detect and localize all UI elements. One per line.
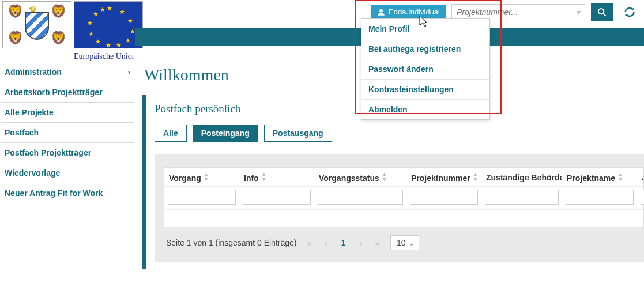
sort-icon: ▲▼ [204, 172, 209, 182]
sort-icon: ▲▼ [617, 172, 623, 182]
sidebar-item-postfach-projekttraeger[interactable]: Postfach Projektträger [1, 143, 134, 163]
chevron-down-icon: ⌄ [408, 238, 415, 247]
menu-item-mein-profil[interactable]: Mein Profil [361, 19, 489, 39]
sidebar-item-arbeitskorb-projekttraeger[interactable]: Arbeitskorb Projektträger [1, 82, 134, 103]
menu-item-kontrasteinstellungen[interactable]: Kontrasteinstellungen [361, 80, 489, 100]
col-absender[interactable]: Absender [637, 168, 643, 186]
col-vorgangsstatus[interactable]: Vorgangsstatus▲▼ [314, 168, 406, 186]
svg-point-0 [379, 9, 383, 12]
sidebar-item-label: Neuer Antrag Fit for Work [5, 188, 103, 198]
filter-info[interactable] [243, 190, 311, 205]
user-dropdown-menu: Mein Profil Bei authega registrieren Pas… [361, 18, 490, 120]
pager-last[interactable]: » [373, 238, 382, 248]
sort-icon: ▲▼ [382, 172, 387, 182]
sidebar-item-alle-projekte[interactable]: Alle Projekte [1, 103, 134, 123]
postfach-table: Vorgang▲▼ Info▲▼ Vorgangsstatus▲▼ Projek… [164, 167, 644, 227]
pager-first[interactable]: « [304, 238, 314, 248]
refresh-icon [624, 6, 635, 18]
sidebar-item-neuer-antrag-fit-for-work[interactable]: Neuer Antrag Fit for Work [1, 183, 134, 203]
pager-summary: Seite 1 von 1 (insgesamt 0 Einträge) [166, 238, 296, 247]
search-icon [597, 7, 607, 17]
filter-projektname[interactable] [566, 190, 634, 205]
user-menu-button[interactable]: Edda.Individual [371, 5, 446, 19]
filter-projektnummer[interactable] [410, 190, 478, 205]
sort-icon: ▲▼ [261, 172, 267, 182]
col-info[interactable]: Info▲▼ [239, 168, 314, 186]
page-size-value: 10 [397, 238, 406, 247]
search-button[interactable] [591, 3, 613, 21]
filter-absender[interactable] [641, 190, 644, 205]
eu-flag: ★ ★ ★ ★ ★ ★ ★ ★ ★ ★ ★ ★ [74, 1, 143, 48]
menu-item-authega-registrieren[interactable]: Bei authega registrieren [361, 39, 489, 59]
filter-behoerde[interactable] [485, 190, 559, 205]
filter-postausgang[interactable]: Postausgang [264, 125, 332, 142]
col-behoerde[interactable]: Zuständige Behörde [481, 168, 562, 186]
sidebar-item-label: Arbeitskorb Projektträger [5, 88, 103, 97]
filter-vorgang[interactable] [168, 190, 236, 205]
sidebar-item-postfach[interactable]: Postfach [1, 123, 134, 143]
sidebar-item-label: Postfach [5, 128, 39, 137]
filter-vorgangsstatus[interactable] [318, 190, 403, 205]
user-label: Edda.Individual [389, 7, 440, 16]
col-projektnummer[interactable]: Projektnummer▲▼ [406, 168, 481, 186]
filter-alle[interactable]: Alle [155, 125, 187, 142]
pager-next[interactable]: › [357, 238, 365, 248]
user-icon [377, 8, 385, 16]
sidebar-item-label: Administration [5, 67, 62, 77]
col-projektname[interactable]: Projektname▲▼ [562, 168, 637, 186]
sidebar: Administration › Arbeitskorb Projektträg… [0, 58, 135, 269]
sort-icon: ▲▼ [473, 172, 479, 182]
menu-item-passwort-aendern[interactable]: Passwort ändern [361, 59, 489, 80]
sidebar-item-administration[interactable]: Administration › [1, 62, 134, 82]
pager-prev[interactable]: ‹ [322, 238, 330, 248]
sidebar-item-label: Alle Projekte [5, 108, 54, 117]
menu-item-abmelden[interactable]: Abmelden [361, 100, 489, 119]
project-number-search[interactable] [451, 4, 585, 20]
refresh-button[interactable] [619, 3, 641, 21]
chevron-right-icon: › [127, 67, 130, 77]
svg-line-2 [603, 13, 606, 16]
filter-posteingang[interactable]: Posteingang [193, 125, 258, 142]
pager: Seite 1 von 1 (insgesamt 0 Einträge) « ‹… [164, 227, 644, 255]
sidebar-item-label: Postfach Projektträger [5, 148, 91, 157]
table-row-empty [164, 209, 643, 227]
pager-current: 1 [338, 238, 349, 247]
sidebar-item-label: Wiedervorlage [5, 168, 60, 178]
bavaria-coat-of-arms: 🦁🦁 🦁🦁 ♛ [2, 1, 71, 48]
eu-caption: Europäische Union [74, 52, 134, 61]
col-vorgang[interactable]: Vorgang▲▼ [164, 168, 239, 186]
pager-page-size[interactable]: 10 ⌄ [390, 235, 419, 250]
sidebar-item-wiedervorlage[interactable]: Wiedervorlage [1, 163, 134, 183]
svg-point-1 [598, 9, 604, 14]
